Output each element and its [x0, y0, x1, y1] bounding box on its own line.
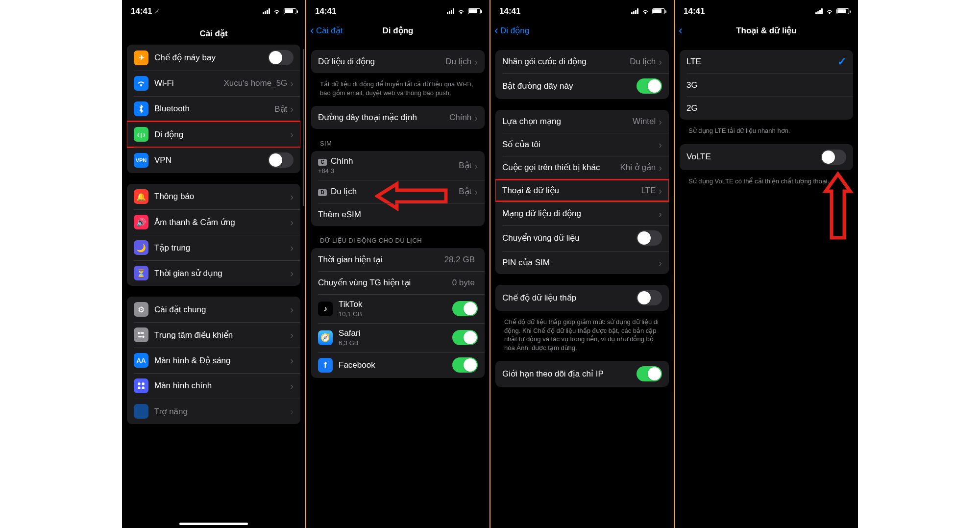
- checkmark-icon: ✓: [837, 55, 846, 68]
- row-sounds[interactable]: 🔊 Âm thanh & Cảm ứng ›: [127, 209, 300, 235]
- chevron-right-icon: ›: [290, 104, 294, 114]
- chevron-right-icon: ›: [659, 57, 662, 67]
- option-lte[interactable]: LTE ✓: [680, 50, 853, 74]
- sim-section-header: SIM: [311, 140, 485, 151]
- back-button[interactable]: ‹Di động: [494, 25, 529, 36]
- settings-group-network: ✈︎ Chế độ máy bay Wi-Fi Xucu's home_5G ›…: [127, 45, 300, 173]
- battery-icon: [284, 8, 296, 14]
- scrollbar[interactable]: [303, 49, 304, 206]
- row-sim-pin[interactable]: PIN của SIM ›: [495, 251, 669, 274]
- row-my-number[interactable]: Số của tôi ›: [495, 133, 669, 156]
- row-enable-line[interactable]: Bật đường dây này: [495, 73, 669, 99]
- svg-rect-7: [142, 387, 145, 389]
- chevron-right-icon: ›: [474, 57, 478, 67]
- screen-cellular: 14:41 ‹Cài đặt Di động Dữ liệu di động D…: [306, 0, 490, 528]
- row-mobile-data[interactable]: Dữ liệu di động Du lịch ›: [311, 50, 485, 73]
- svg-rect-1: [141, 332, 145, 334]
- status-bar: 14:41: [675, 0, 858, 20]
- vpn-toggle[interactable]: [268, 152, 294, 168]
- option-2g[interactable]: 2G: [680, 97, 853, 120]
- volte-toggle[interactable]: [821, 150, 846, 165]
- row-data-roaming[interactable]: Chuyển vùng dữ liệu: [495, 225, 669, 251]
- row-sim-primary[interactable]: CChính+84 3 Bật ›: [311, 151, 485, 180]
- row-app-safari[interactable]: 🧭 Safari6,3 GB: [311, 323, 485, 352]
- airplane-toggle[interactable]: [268, 50, 294, 65]
- row-homescreen[interactable]: Màn hình chính ›: [127, 373, 300, 399]
- signal-icon: [447, 8, 454, 14]
- chevron-right-icon: ›: [290, 268, 294, 278]
- chevron-right-icon: ›: [290, 192, 294, 201]
- row-plan-label[interactable]: Nhãn gói cước di động Du lịch ›: [495, 50, 669, 73]
- tiktok-icon: ♪: [318, 302, 333, 316]
- row-focus[interactable]: 🌙 Tập trung ›: [127, 235, 300, 260]
- roaming-toggle[interactable]: [637, 230, 662, 246]
- row-add-esim[interactable]: Thêm eSIM: [311, 203, 485, 226]
- chevron-right-icon: ›: [659, 186, 662, 196]
- screen-settings: 14:41 Cài đặt ✈︎ Chế độ máy bay Wi-Fi Xu…: [122, 0, 305, 528]
- row-cellular-data-network[interactable]: Mạng dữ liệu di động ›: [495, 202, 669, 225]
- svg-rect-5: [142, 382, 145, 385]
- chevron-right-icon: ›: [290, 78, 294, 88]
- home-indicator[interactable]: [179, 523, 248, 525]
- row-general[interactable]: ⚙︎ Cài đặt chung ›: [127, 297, 300, 322]
- row-default-line[interactable]: Đường dây thoại mặc định Chính ›: [311, 106, 485, 129]
- app-toggle[interactable]: [452, 301, 478, 316]
- chevron-right-icon: ›: [659, 209, 662, 219]
- wifi-icon: [273, 8, 281, 14]
- status-time: 14:41: [499, 6, 520, 16]
- battery-icon: [652, 8, 665, 14]
- row-calls-other-devices[interactable]: Cuộc gọi trên thiết bị khác Khi ở gần ›: [495, 156, 669, 179]
- sim-badge: D: [318, 189, 327, 196]
- row-accessibility[interactable]: Trợ năng ›: [127, 399, 300, 424]
- chevron-right-icon: ›: [290, 406, 294, 416]
- row-sim-travel[interactable]: DDu lịch Bật ›: [311, 180, 485, 203]
- chevron-right-icon: ›: [659, 117, 662, 126]
- svg-rect-4: [138, 382, 140, 385]
- line-toggle[interactable]: [637, 78, 662, 94]
- signal-icon: [631, 8, 638, 14]
- row-limit-ip-tracking[interactable]: Giới hạn theo dõi địa chỉ IP: [495, 361, 669, 387]
- page-title: Di động: [306, 25, 490, 36]
- chevron-right-icon: ›: [659, 258, 662, 268]
- row-bluetooth[interactable]: Bluetooth Bật ›: [127, 96, 300, 122]
- ip-toggle[interactable]: [637, 366, 662, 381]
- lowdata-toggle[interactable]: [637, 290, 662, 305]
- app-toggle[interactable]: [452, 357, 478, 373]
- aa-icon: AA: [134, 353, 148, 368]
- app-toggle[interactable]: [452, 330, 478, 345]
- row-screentime[interactable]: ⏳ Thời gian sử dụng ›: [127, 260, 300, 286]
- row-vpn[interactable]: VPN VPN: [127, 147, 300, 173]
- wifi-icon: [457, 8, 465, 14]
- row-wifi[interactable]: Wi-Fi Xucu's home_5G ›: [127, 71, 300, 96]
- facebook-icon: f: [318, 358, 333, 373]
- option-3g[interactable]: 3G: [680, 74, 853, 97]
- data-section-header: DỮ LIỆU DI ĐỘNG CHO DU LỊCH: [311, 237, 485, 248]
- svg-rect-3: [138, 336, 142, 337]
- mobile-data-note: Tắt dữ liệu di động để truyền tất cả dữ …: [311, 76, 485, 97]
- row-roaming-period: Chuyển vùng TG hiện tại 0 byte: [311, 271, 485, 294]
- row-display[interactable]: AA Màn hình & Độ sáng ›: [127, 348, 300, 373]
- row-notifications[interactable]: 🔔 Thông báo ›: [127, 184, 300, 209]
- svg-point-0: [138, 332, 140, 334]
- gear-icon: ⚙︎: [134, 302, 148, 317]
- row-control-center[interactable]: Trung tâm điều khiển ›: [127, 322, 300, 348]
- row-app-facebook[interactable]: f Facebook: [311, 352, 485, 378]
- chevron-right-icon: ›: [474, 161, 478, 171]
- signal-icon: [263, 8, 270, 14]
- row-volte[interactable]: VoLTE: [680, 144, 853, 170]
- row-low-data-mode[interactable]: Chế độ dữ liệu thấp: [495, 285, 669, 311]
- row-cellular[interactable]: Di động ›: [127, 122, 300, 147]
- moon-icon: 🌙: [134, 240, 148, 255]
- row-voice-data[interactable]: Thoại & dữ liệu LTE ›: [495, 179, 669, 202]
- wifi-icon: [826, 8, 833, 14]
- row-app-tiktok[interactable]: ♪ TikTok10,1 GB: [311, 294, 485, 323]
- annotation-arrow-up: [821, 172, 855, 240]
- settings-group-notifications: 🔔 Thông báo › 🔊 Âm thanh & Cảm ứng › 🌙 T…: [127, 184, 300, 286]
- row-network-selection[interactable]: Lựa chọn mạng Wintel ›: [495, 110, 669, 133]
- bluetooth-icon: [134, 101, 148, 116]
- chevron-right-icon: ›: [290, 355, 294, 365]
- battery-icon: [468, 8, 481, 14]
- row-airplane[interactable]: ✈︎ Chế độ máy bay: [127, 45, 300, 71]
- status-time: 14:41: [131, 6, 152, 16]
- antenna-icon: [134, 127, 148, 142]
